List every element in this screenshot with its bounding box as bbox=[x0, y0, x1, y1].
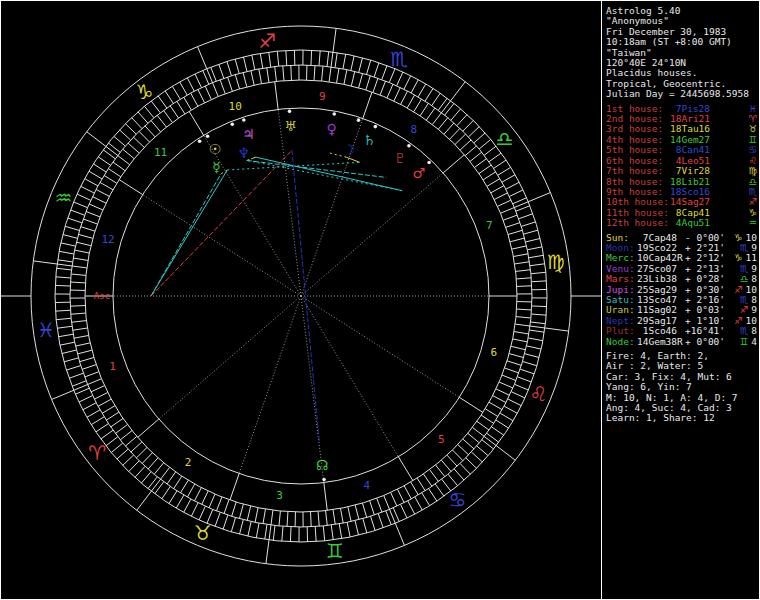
house-number-1: 1 bbox=[109, 360, 116, 373]
header-line-8: Julian Day = 2445698.5958 bbox=[606, 89, 757, 99]
sign-divider-5 bbox=[545, 328, 569, 331]
planet-sign-glyph: ♑ bbox=[734, 252, 746, 263]
planet-position: 14Gem38R bbox=[637, 337, 685, 347]
house-number-7: 7 bbox=[486, 219, 493, 232]
house-cusp-line-3 bbox=[230, 474, 239, 500]
sign-glyph-leo: ♌ bbox=[530, 382, 548, 406]
planet-sign-glyph: ♊ bbox=[740, 336, 752, 347]
sign-divider-0 bbox=[52, 390, 74, 399]
house-cusp-row: 7th house: 7Vir28♍ bbox=[606, 166, 757, 176]
planet-house-number: 10 bbox=[746, 315, 757, 326]
house-label: 7th house: bbox=[606, 166, 670, 176]
planet-dot-venus bbox=[332, 112, 336, 116]
planet-glyph-mercury: ☿ bbox=[212, 159, 221, 175]
house-cusp-spoke-6 bbox=[301, 296, 459, 397]
sign-glyph-cancer: ♋ bbox=[449, 488, 467, 512]
ascendant-label: Asc bbox=[94, 291, 110, 301]
planet-house-number: 4 bbox=[751, 336, 757, 347]
house-cusp-spoke-5 bbox=[301, 296, 398, 457]
natal-wheel-svg: ♈♉♊♋♌♍♎♏♐♑♒♓123456789101112☊♂♇♄☽♀♅♃♆☉☿As… bbox=[1, 1, 601, 599]
chart-info-header: Astrolog 5.40"Anonymous"Fri December 30,… bbox=[606, 6, 757, 100]
house-cusp-spoke-4 bbox=[301, 296, 324, 483]
planet-house-number: 8 bbox=[751, 294, 757, 305]
house-number-12: 12 bbox=[101, 233, 114, 246]
house-number-4: 4 bbox=[363, 479, 370, 492]
sign-glyph-gemini: ♊ bbox=[326, 539, 344, 563]
planet-dot-sun bbox=[206, 135, 210, 139]
astrolog-window: ♈♉♊♋♌♍♎♏♐♑♒♓123456789101112☊♂♇♄☽♀♅♃♆☉☿As… bbox=[0, 0, 760, 600]
house-number-11: 11 bbox=[154, 146, 167, 159]
planet-dot-mercury bbox=[198, 139, 202, 143]
sign-glyph-scorpio: ♏ bbox=[390, 47, 408, 71]
sign-glyph-taurus: ♉ bbox=[194, 521, 212, 545]
sign-divider-8 bbox=[333, 28, 336, 52]
house-cusp-value: 4Aqu51 bbox=[670, 218, 748, 228]
sign-divider-3 bbox=[395, 523, 404, 545]
planet-dot-uranus bbox=[288, 110, 292, 114]
planet-dot-mars bbox=[427, 161, 431, 165]
planet-sign-glyph: ♏ bbox=[740, 294, 752, 305]
sign-divider-4 bbox=[496, 446, 515, 461]
planet-label: Mars: bbox=[606, 274, 637, 284]
sign-divider-1 bbox=[137, 491, 152, 510]
planet-sign-glyph: ♑ bbox=[734, 232, 746, 243]
planet-row: Node:14Gem38R+ 0°00'♊ 4 bbox=[606, 337, 757, 347]
sign-glyph-aquarius: ♒ bbox=[55, 186, 73, 210]
sign-glyph-aries: ♈ bbox=[88, 441, 106, 465]
planet-dot-pluto bbox=[407, 144, 411, 148]
sign-glyph-libra: ♎ bbox=[496, 127, 514, 151]
house-cusp-list: 1st house: 7Pis28♓2nd house:18Ari21♈3rd … bbox=[606, 104, 757, 229]
planet-sign-glyph: ♏ bbox=[740, 325, 752, 336]
planet-sign-glyph: ♐ bbox=[740, 304, 752, 315]
planet-house-number: 9 bbox=[751, 304, 757, 315]
house-number-3: 3 bbox=[276, 489, 283, 502]
aspect-sextile-Asc-Sun bbox=[151, 170, 227, 296]
house-cusp-value: 7Vir28 bbox=[670, 166, 748, 176]
house-cusp-spoke-3 bbox=[239, 296, 301, 474]
house-number-6: 6 bbox=[491, 346, 498, 359]
planet-house-number: 9 bbox=[751, 263, 757, 274]
house-cusp-line-5 bbox=[398, 457, 413, 481]
planet-latitude: + 0°28' bbox=[685, 274, 727, 284]
sign-glyph-virgo: ♍ bbox=[547, 250, 565, 274]
house-cusp-line-12 bbox=[119, 180, 143, 195]
house-cusp-spoke-12 bbox=[143, 195, 301, 296]
planet-glyph-node: ☊ bbox=[316, 457, 328, 473]
info-sidebar: Astrolog 5.40"Anonymous"Fri December 30,… bbox=[601, 1, 759, 599]
planet-house-number: 8 bbox=[751, 325, 757, 336]
sign-divider-7 bbox=[451, 82, 466, 101]
house-cusp-spoke-2 bbox=[159, 296, 301, 419]
house-cusp-row: 12th house: 4Aqu51♒ bbox=[606, 218, 757, 228]
planet-glyph-jupiter: ♃ bbox=[242, 126, 255, 142]
house-cusp-line-9 bbox=[363, 92, 372, 118]
aspect-sextile-Mars-Jupiter bbox=[256, 157, 402, 191]
planet-glyph-venus: ♀ bbox=[326, 121, 336, 137]
planet-glyph-uranus: ♅ bbox=[284, 118, 297, 134]
sign-divider-10 bbox=[87, 132, 106, 147]
house-cusp-line-6 bbox=[459, 397, 483, 412]
sign-divider-11 bbox=[33, 261, 57, 264]
planet-dot-node bbox=[322, 478, 326, 482]
sign-glyph-sagittarius: ♐ bbox=[258, 29, 276, 53]
planet-label: Node: bbox=[606, 337, 637, 347]
aspect-square-Asc-Uranus bbox=[151, 150, 292, 296]
planet-glyphs: ☊♂♇♄☽♀♅♃♆☉☿ bbox=[198, 110, 431, 482]
house-cusp-line-8 bbox=[443, 155, 464, 173]
house-number-2: 2 bbox=[185, 456, 192, 469]
planet-house-number: 9 bbox=[751, 242, 757, 253]
planet-glyph-sun: ☉ bbox=[209, 141, 222, 157]
sign-divider-2 bbox=[266, 540, 269, 564]
planet-position-list: Sun: 7Cap48- 0°00'♑ 10Moon:19Sco22+ 2°21… bbox=[606, 233, 757, 347]
planet-sign-glyph: ♐ bbox=[734, 315, 746, 326]
house-cusp-line-11 bbox=[189, 111, 204, 135]
house-sign-glyph: ♍ bbox=[748, 166, 757, 176]
planet-glyph-moon: ☽ bbox=[343, 142, 356, 158]
stat-line-6: Learn: 1, Share: 12 bbox=[606, 413, 757, 423]
planet-glyph-neptune: ♆ bbox=[238, 145, 251, 161]
planet-house-number: 10 bbox=[746, 232, 757, 243]
house-cusp-spoke-10 bbox=[278, 109, 301, 296]
planet-position: 23Lib38 bbox=[637, 274, 685, 284]
planet-dot-jupiter bbox=[242, 118, 246, 122]
planet-sign-glyph: ♏ bbox=[740, 242, 752, 253]
house-number-10: 10 bbox=[229, 100, 242, 113]
